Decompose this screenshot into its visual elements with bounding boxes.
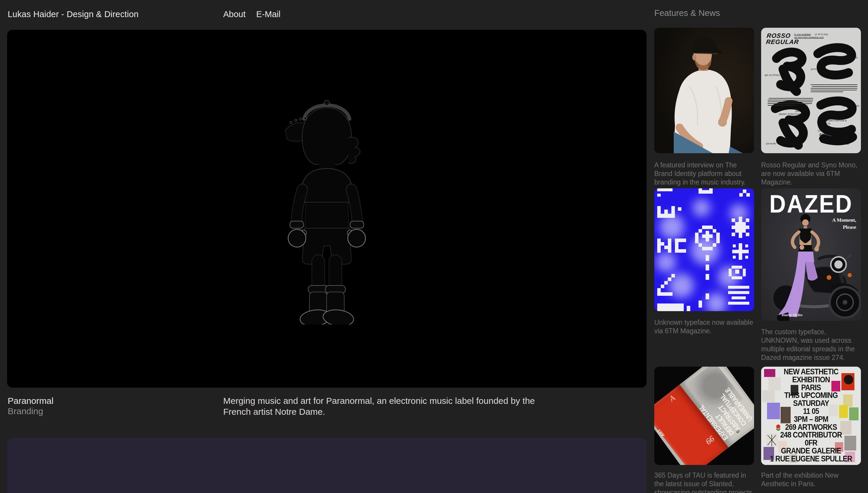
rosso-label: (82 GLYPHS) bbox=[765, 74, 780, 77]
feature-caption: Part of the exhibition New Aesthetic in … bbox=[761, 471, 862, 488]
rosso-label: (2 STYLES) bbox=[815, 33, 828, 36]
pixel-glyphs-graphic bbox=[654, 188, 754, 311]
dazed-masthead: DAZED bbox=[761, 190, 861, 218]
paranormal-figure-graphic bbox=[281, 94, 373, 324]
dazed-tagline: A Moment, bbox=[832, 217, 856, 223]
rosso-label: (175 GLYPHS) bbox=[842, 56, 858, 59]
feature-caption: A featured interview on The Brand Identi… bbox=[654, 161, 755, 187]
features-heading: Features & News bbox=[654, 8, 720, 18]
rosso-label: (25 EUR) bbox=[766, 142, 776, 145]
rosso-blob-shapes bbox=[761, 28, 861, 153]
rosso-label: (UPPERCASE) bbox=[843, 105, 860, 107]
hero-project-image[interactable] bbox=[7, 30, 647, 388]
nav-email-link[interactable]: E-Mail bbox=[256, 9, 281, 19]
exhibition-poster-text: NEW AESTHETIC EXHIBITION PARIS THIS UPCO… bbox=[765, 368, 857, 463]
feature-caption: Unknown typeface now available via 6TM M… bbox=[654, 318, 755, 335]
feature-caption: 365 Days of TAU is featured in the lates… bbox=[654, 471, 755, 493]
next-project-panel[interactable] bbox=[7, 438, 647, 493]
rosso-label: (OTF) bbox=[788, 89, 794, 92]
project-category: Branding bbox=[8, 406, 43, 416]
feature-tile-unknown-typeface[interactable] bbox=[654, 188, 754, 311]
syno-title: SYNO MONO bbox=[819, 133, 830, 140]
rosso-label: (25 EUR) bbox=[818, 129, 828, 132]
features-rail: Features & News A featured interview on … bbox=[654, 0, 868, 493]
project-title: Paranormal bbox=[8, 396, 53, 406]
feature-tile-interview[interactable] bbox=[654, 28, 754, 153]
rosso-label: (NUMBERS) (BASIC PUNCTUATION & SYMBOLS) bbox=[818, 116, 847, 125]
nav-about-link[interactable]: About bbox=[223, 9, 246, 19]
project-description: Merging music and art for Paranormal, an… bbox=[223, 395, 544, 417]
feature-tile-rosso[interactable]: ROSSO REGULAR is now available via shop.… bbox=[761, 28, 861, 153]
rosso-label: (OTF) bbox=[811, 68, 817, 71]
site-title[interactable]: Lukas Haider - Design & Direction bbox=[8, 9, 138, 19]
magazine-graphic: EXPERIMENTAL DEFAULT ABSTRACT CONCEPTUAL… bbox=[654, 367, 754, 465]
interview-portrait-graphic bbox=[654, 28, 754, 153]
dazed-credit: Harry Styles bbox=[761, 313, 823, 317]
feature-caption: Rosso Regular and Syno Mono, are now ava… bbox=[761, 161, 862, 187]
feature-caption: The custom typeface, UNKNOWN, was used a… bbox=[761, 328, 862, 362]
main-nav: About E-Mail bbox=[223, 9, 281, 19]
dazed-tagline: Please bbox=[843, 224, 856, 230]
syno-availability: is now available via shop.6tm-magazine.c… bbox=[836, 136, 861, 144]
feature-tile-exhibition[interactable]: NEW AESTHETIC EXHIBITION PARIS THIS UPCO… bbox=[761, 367, 861, 465]
feature-tile-slanted[interactable]: EXPERIMENTAL DEFAULT ABSTRACT CONCEPTUAL… bbox=[654, 367, 754, 465]
rosso-label: (UPPERCASE) (LOWERCASE) (NUMBER) (BASIC … bbox=[778, 104, 808, 119]
feature-tile-dazed[interactable]: DAZED A Moment, Please Harry Styles bbox=[761, 188, 861, 321]
